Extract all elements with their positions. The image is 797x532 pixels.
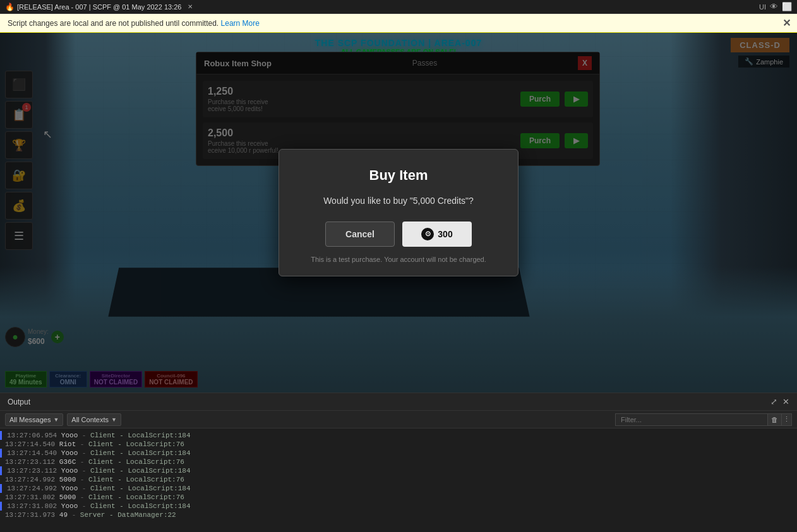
output-title: Output [8, 398, 30, 406]
modal-disclaimer: This is a test purchase. Your account wi… [297, 256, 500, 263]
messages-filter-arrow: ▼ [53, 417, 59, 423]
studio-left-icons: 🔥 [RELEASE] Area - 007 | SCPF @ 01 May 2… [5, 3, 193, 11]
log-line: 13:27:31.802 Yooo - Client - LocalScript… [0, 502, 797, 511]
contexts-filter-label: All Contexts [71, 416, 109, 423]
messages-filter-dropdown[interactable]: All Messages ▼ [5, 413, 63, 426]
close-output-btn[interactable]: ✕ [782, 397, 789, 406]
output-log-body: 13:27:06.954 Yooo - Client - LocalScript… [0, 429, 797, 532]
messages-filter-label: All Messages [9, 416, 51, 423]
window-icon[interactable]: ⬜ [782, 2, 792, 11]
log-line: 13:27:14.540 Yooo - Client - LocalScript… [0, 449, 797, 458]
confirm-price: 300 [438, 229, 452, 239]
output-header-right: ⤢ ✕ [770, 397, 789, 406]
robux-icon: ⊙ [421, 228, 434, 240]
modal-overlay: Buy Item Would you like to buy "5,000 Cr… [0, 33, 797, 393]
log-line: 13:27:24.992 5000 - Client - LocalScript… [0, 475, 797, 484]
studio-right-icons: UI 👁 ⬜ [759, 2, 792, 11]
tab-title: [RELEASE] Area - 007 | SCPF @ 01 May 202… [17, 3, 181, 11]
contexts-filter-arrow: ▼ [111, 417, 117, 423]
buy-modal: Buy Item Would you like to buy "5,000 Cr… [279, 149, 518, 276]
modal-question: Would you like to buy "5,000 Credits"? [297, 195, 500, 208]
eye-icon[interactable]: 👁 [770, 2, 778, 11]
confirm-purchase-button[interactable]: ⊙ 300 [402, 222, 472, 247]
warning-bar: Script changes are local and are not pub… [0, 14, 797, 33]
clear-filter-btn[interactable]: 🗑 [768, 413, 782, 426]
game-viewport: THE SCP FOUNDATION | AREA-007 ALL GAMEPA… [0, 33, 797, 393]
tab-close-icon[interactable]: ✕ [188, 3, 193, 10]
expand-output-btn[interactable]: ⤢ [770, 397, 777, 406]
warning-text: Script changes are local and are not pub… [8, 19, 219, 28]
filter-input-wrap: 🗑 ⋮ [615, 413, 792, 426]
log-line: 13:27:06.954 Yooo - Client - LocalScript… [0, 431, 797, 440]
modal-title: Buy Item [297, 167, 500, 184]
learn-more-link[interactable]: Learn More [221, 19, 260, 28]
warning-close-btn[interactable]: ✕ [782, 17, 791, 29]
studio-top-bar: 🔥 [RELEASE] Area - 007 | SCPF @ 01 May 2… [0, 0, 797, 14]
output-panel: Output ⤢ ✕ All Messages ▼ All Contexts ▼… [0, 393, 797, 532]
ui-label: UI [759, 3, 766, 11]
output-header: Output ⤢ ✕ [0, 393, 797, 411]
log-line: 13:27:23.112 Yooo - Client - LocalScript… [0, 466, 797, 475]
output-toolbar: All Messages ▼ All Contexts ▼ 🗑 ⋮ [0, 411, 797, 429]
flame-icon: 🔥 [5, 3, 15, 11]
log-line: 13:27:23.112 G36C - Client - LocalScript… [0, 458, 797, 466]
cancel-button[interactable]: Cancel [325, 222, 395, 247]
log-line: 13:27:31.973 49 - Server - DataManager:2… [0, 511, 797, 519]
log-line: 13:27:24.992 Yooo - Client - LocalScript… [0, 484, 797, 493]
log-line: 13:27:14.540 Riot - Client - LocalScript… [0, 440, 797, 449]
log-line: 13:27:31.802 5000 - Client - LocalScript… [0, 493, 797, 502]
filter-menu-btn[interactable]: ⋮ [782, 413, 792, 426]
modal-buttons: Cancel ⊙ 300 [297, 222, 500, 247]
contexts-filter-dropdown[interactable]: All Contexts ▼ [67, 413, 121, 426]
filter-input[interactable] [615, 413, 768, 426]
